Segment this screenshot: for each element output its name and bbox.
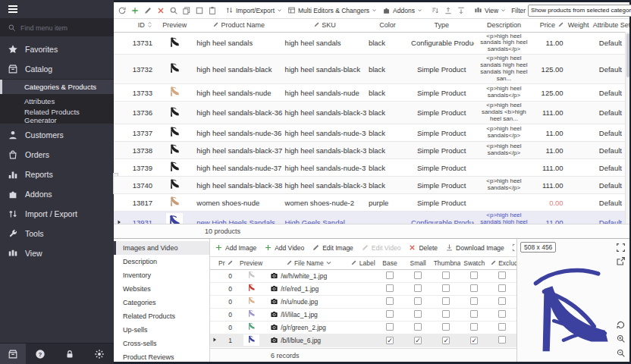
checkbox-unchecked[interactable] [442,310,450,318]
delete-product-button[interactable] [155,4,167,17]
sidebar-item-import-export[interactable]: Import / Export [0,204,114,224]
sidebar-item-view[interactable]: View [0,243,114,263]
checkbox-unchecked[interactable] [386,323,394,331]
column-header-type[interactable]: Type [409,19,474,32]
add-video-button[interactable]: Add Video [261,241,307,255]
column-header-weight[interactable]: Weight [566,19,592,32]
collapse-rows-button[interactable] [442,4,454,17]
image-column-header-small[interactable]: Small [404,257,432,269]
product-row-13817[interactable]: 13817women shoes-nudewomen shoes-nude-2p… [114,194,629,212]
checkbox-unchecked[interactable] [470,271,478,279]
checkbox-unchecked[interactable] [470,323,478,331]
sidebar-item-addons[interactable]: Addons [0,184,114,204]
sidebar-item-favorites[interactable]: Favorites [0,39,114,59]
checkbox-checked[interactable]: ✓ [414,337,422,344]
product-row-13731[interactable]: 13731high heel sandalshigh heel sandalsb… [114,32,629,55]
image-column-header-base[interactable]: Base [376,257,404,269]
add-product-button[interactable] [129,4,141,17]
checkbox-checked[interactable]: ✓ [442,337,450,344]
addons-dropdown[interactable]: Addons [380,4,425,17]
column-header-product-name[interactable]: Product Name [194,19,282,32]
checkbox-unchecked[interactable] [470,297,478,305]
sidebar-item-customers[interactable]: Customers [0,125,114,145]
image-row-l-i-lilac-1-jpg[interactable]: 0/l/i/lilac_1.jpg [210,308,516,321]
checkbox-unchecked[interactable] [498,297,506,305]
column-header-sku[interactable]: SKU [283,19,366,32]
image-column-header-label[interactable]: Label [349,257,375,269]
column-header-description[interactable]: Description [474,19,533,32]
product-row-13739[interactable]: 13739high heel sandals-nude-37high heel … [114,159,629,177]
import-export-dropdown[interactable]: Import/Export [223,4,284,17]
sidebar-search[interactable]: Find menu item [0,19,114,36]
zoom-out-icon[interactable] [616,348,626,358]
copy-button[interactable] [181,4,193,17]
edit-product-button[interactable] [142,4,154,17]
add-image-button[interactable]: Add Image [212,241,259,255]
tab-websites[interactable]: Websites [114,282,209,296]
checkbox-unchecked[interactable] [414,271,422,279]
checkbox-unchecked[interactable] [470,310,478,318]
checkbox-unchecked[interactable] [442,323,450,331]
sidebar-subitem-related-products-generator[interactable]: Related Products Generator [0,108,114,123]
checkbox-unchecked[interactable] [414,310,422,318]
open-external-icon[interactable] [616,256,626,266]
image-row-b-l-blue-6-jpg[interactable]: 1/b/l/blue_6.jpg✓✓✓✓ [210,334,516,347]
column-header-id[interactable]: ID [121,19,155,32]
product-row-13738[interactable]: 13738high heel sandals-black-37high heel… [114,142,629,159]
column-header-attribute-set-name[interactable]: Attribute Set Name [592,19,629,32]
tab-up-sells[interactable]: Up-sells [114,323,209,337]
tab-product-reviews[interactable]: Product Reviews [114,350,209,364]
checkbox-unchecked[interactable] [386,310,394,318]
refresh-button[interactable] [116,4,128,17]
tab-cross-sells[interactable]: Cross-sells [114,337,209,350]
image-column-header-pr[interactable]: Pr [217,257,234,269]
image-column-header-exclude[interactable]: Exclude [488,257,516,269]
rotate-icon[interactable] [616,320,626,330]
checkbox-unchecked[interactable] [414,297,422,305]
tab-related-products[interactable]: Related Products [114,309,209,323]
multi-editors-changers-dropdown[interactable]: Multi Editors & Changers [285,4,379,17]
edit-image-button[interactable]: Edit Image [309,241,356,255]
image-column-header-thumbna[interactable]: Thumbna [432,257,460,269]
checkbox-unchecked[interactable] [442,284,450,292]
checkbox-unchecked[interactable] [498,284,506,292]
fullscreen-icon[interactable] [616,243,626,253]
search-button[interactable] [168,4,180,17]
checkbox-checked[interactable]: ✓ [386,337,394,344]
sort-button[interactable] [429,4,441,17]
view-dropdown[interactable]: View [472,4,508,17]
checkbox-unchecked[interactable] [386,284,394,292]
checkbox-unchecked[interactable] [442,271,450,279]
product-row-13736[interactable]: 13736high heel sandals-black-36high heel… [114,102,629,124]
checkbox-unchecked[interactable] [414,284,422,292]
image-row-w-h-white-1-jpg[interactable]: 0/w/h/white_1.jpg [210,269,516,282]
product-row-13732[interactable]: 13732high heel sandals-blackhigh heel sa… [114,55,629,84]
image-column-header-preview[interactable]: Preview [234,257,268,269]
sidebar-item-catalog[interactable]: Catalog [0,59,114,79]
sidebar-item-orders[interactable]: Orders [0,145,114,165]
sidebar-item-tools[interactable]: Tools [0,224,114,243]
hamburger-menu-icon[interactable] [7,3,19,15]
tab-images-and-video[interactable]: Images and Video [114,241,209,255]
image-column-header-file-name[interactable]: File Name [268,257,349,269]
sidebar-item-reports[interactable]: Reports [0,165,114,184]
filter-select[interactable]: Show products from selected categories [528,5,631,17]
tab-description[interactable]: Description [114,255,209,268]
sidebar-subitem-attributes[interactable]: Attributes [0,94,114,108]
delete-button[interactable]: Delete [405,241,441,255]
checkbox-unchecked[interactable] [442,297,450,305]
select-button[interactable] [193,4,206,17]
checkbox-unchecked[interactable] [386,297,394,305]
product-row-13737[interactable]: 13737high heel sandals-nude-36high heel … [114,124,629,142]
image-row-g-r-green-2-jpg[interactable]: 0/g/r/green_2.jpg [210,321,516,334]
product-row-13740[interactable]: 13740high heel sandals-black-38high heel… [114,177,629,194]
download-image-button[interactable]: Download Image [442,241,507,255]
image-row-r-e-red-1-jpg[interactable]: 0/r/e/red_1.jpg [210,282,516,295]
settings-button[interactable] [84,349,114,359]
expand-rows-button[interactable] [455,4,467,17]
checkbox-unchecked[interactable] [414,323,422,331]
checkbox-unchecked[interactable] [498,336,506,344]
checkbox-unchecked[interactable] [498,271,506,279]
tab-inventory[interactable]: Inventory [114,268,209,282]
lock-button[interactable] [55,349,85,359]
